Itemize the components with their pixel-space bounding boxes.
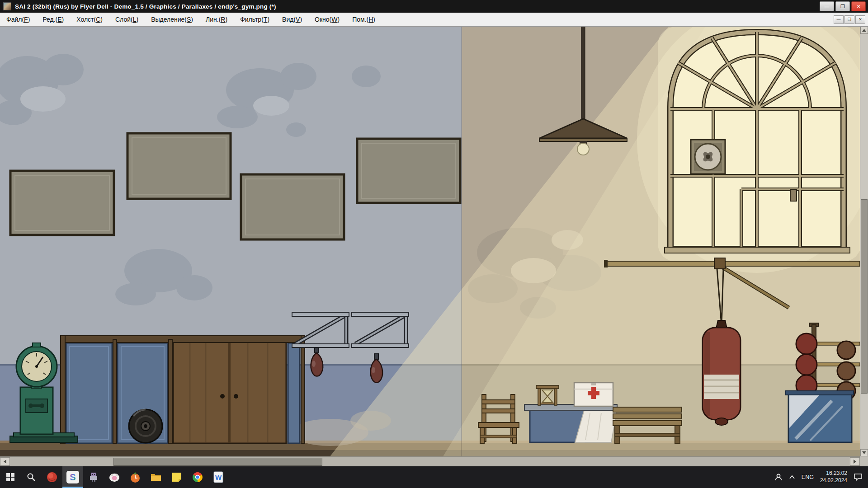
scroll-up-button[interactable] [860,27,868,34]
red-ball-icon [46,471,58,483]
menu-canvas[interactable]: Холст(C) [70,13,109,26]
taskbar-app-pixel-game[interactable] [83,466,104,488]
taskbar-app-red-ball[interactable] [42,466,62,488]
hourglass-stand [536,385,559,405]
menu-file[interactable]: Файл(F) [0,13,36,26]
taskbar-app-tomato-timer[interactable] [125,466,146,488]
people-icon[interactable] [774,473,783,481]
writer-document-icon: W [213,471,224,483]
menu-help[interactable]: Пом.(H) [346,13,382,26]
language-indicator[interactable]: ENG [802,474,814,480]
chevron-up-icon[interactable] [789,475,795,479]
action-center-icon[interactable] [854,473,863,481]
scroll-right-button[interactable] [850,457,860,466]
menu-filter[interactable]: Фильтр(T) [234,13,276,26]
chrome-icon [192,471,203,483]
v-scrollbar[interactable] [860,27,868,456]
menubar: Файл(F) Ред.(E) Холст(C) Слой(L) Выделен… [0,13,868,27]
windows-logo-icon [6,473,14,481]
sai2-icon: S [66,471,79,483]
taskbar-app-writer[interactable]: W [208,466,229,488]
h-scrollbar-thumb[interactable] [113,458,322,466]
menu-window[interactable]: Окно(W) [308,13,346,26]
system-tray: ENG 16:23:02 24.02.2024 [769,466,868,488]
menu-view[interactable]: Вид(V) [276,13,308,26]
folder-icon [150,471,162,483]
search-button[interactable] [21,466,42,488]
taskbar-app-paint-seal[interactable] [104,466,125,488]
svg-text:S: S [70,472,75,482]
weight-plate [129,409,162,443]
scrollbar-corner [860,456,868,466]
menu-layer[interactable]: Слой(L) [109,13,145,26]
svg-text:W: W [215,474,222,481]
taskbar-app-chrome[interactable] [187,466,208,488]
lockers-partition [61,336,305,443]
taskbar-app-file-explorer[interactable] [146,466,166,488]
arched-window [637,27,860,273]
taskbar: S [0,466,868,488]
tray-date: 24.02.2024 [820,477,847,484]
first-aid-box [574,383,613,406]
taskbar-app-sai2[interactable]: S [62,466,83,488]
close-button[interactable]: ✕ [851,1,866,11]
drawing-canvas[interactable] [0,27,860,456]
window-fan [691,140,725,174]
menu-edit[interactable]: Ред.(E) [36,13,70,26]
blue-cabinet [786,391,854,442]
paint-seal-icon [108,471,120,483]
menu-selection[interactable]: Выделение(S) [145,13,199,26]
search-icon [27,473,36,482]
titlebar: SAI 2 (32bit) (Rus) by Flyer Dell - Demo… [0,0,868,13]
taskbar-app-sticky-notes[interactable] [166,466,187,488]
v-scrollbar-thumb[interactable] [861,199,868,394]
window-title: SAI 2 (32bit) (Rus) by Flyer Dell - Demo… [15,3,276,10]
clock[interactable]: 16:23:02 24.02.2024 [820,470,847,484]
app-icon [3,2,11,10]
doc-restore-button[interactable]: ❐ [844,15,854,24]
scroll-down-button[interactable] [860,449,868,456]
menu-ruler[interactable]: Лин.(R) [199,13,234,26]
minimize-button[interactable]: — [820,1,834,11]
start-button[interactable] [0,466,21,488]
document-window-controls: — ❐ ✕ [834,15,868,24]
doc-close-button[interactable]: ✕ [855,15,865,24]
canvas-area [0,27,860,456]
tray-time: 16:23:02 [820,470,847,477]
tomato-timer-icon [129,471,141,483]
desktop-screen: SAI 2 (32bit) (Rus) by Flyer Dell - Demo… [0,0,868,488]
doc-minimize-button[interactable]: — [834,15,844,24]
scroll-left-button[interactable] [0,457,10,466]
h-scrollbar[interactable] [0,456,860,466]
sticky-note-icon [171,472,182,483]
pixel-sprite-icon [88,472,99,483]
window-controls: — ❐ ✕ [820,1,868,11]
wooden-door [173,337,286,443]
maximize-button[interactable]: ❐ [835,1,850,11]
